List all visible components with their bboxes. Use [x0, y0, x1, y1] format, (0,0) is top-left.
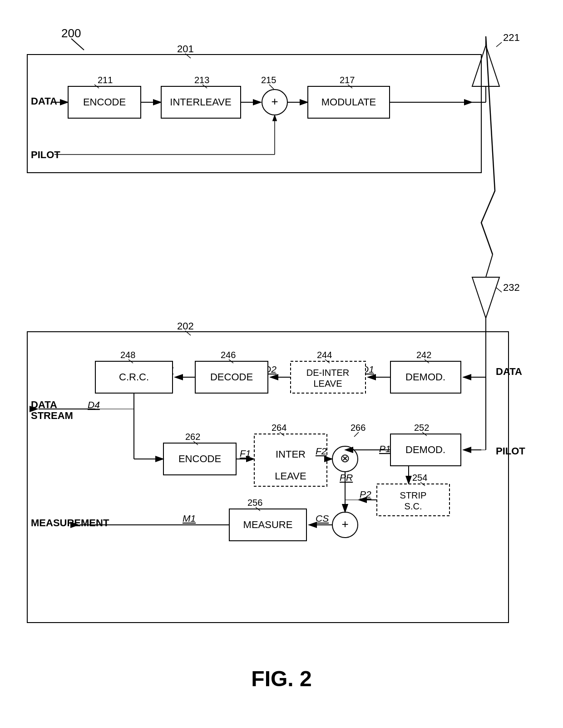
svg-text:DATA: DATA: [31, 95, 57, 107]
svg-text:S.C.: S.C.: [405, 501, 422, 511]
svg-text:217: 217: [340, 75, 355, 85]
svg-text:MODULATE: MODULATE: [321, 96, 376, 108]
svg-text:PILOT: PILOT: [496, 445, 525, 457]
svg-text:254: 254: [412, 473, 427, 483]
svg-text:248: 248: [120, 350, 135, 360]
svg-text:211: 211: [98, 75, 113, 85]
svg-text:ENCODE: ENCODE: [83, 96, 126, 108]
svg-text:MEASUREMENT: MEASUREMENT: [31, 517, 109, 529]
svg-text:LEAVE: LEAVE: [275, 470, 306, 482]
svg-text:+: +: [271, 95, 278, 108]
svg-text:DATA: DATA: [31, 399, 57, 410]
svg-text:P2: P2: [360, 489, 371, 499]
svg-text:STREAM: STREAM: [31, 410, 73, 421]
svg-text:201: 201: [177, 43, 194, 55]
svg-text:252: 252: [414, 423, 429, 433]
svg-text:LEAVE: LEAVE: [314, 379, 342, 389]
svg-text:M1: M1: [183, 513, 196, 524]
svg-text:DEMOD.: DEMOD.: [405, 444, 445, 455]
svg-text:202: 202: [177, 320, 194, 332]
svg-text:246: 246: [221, 350, 236, 360]
svg-text:215: 215: [261, 75, 276, 85]
svg-text:CS: CS: [316, 513, 329, 524]
svg-text:INTERLEAVE: INTERLEAVE: [170, 96, 231, 108]
svg-text:DEMOD.: DEMOD.: [405, 371, 445, 383]
svg-text:+: +: [341, 517, 348, 531]
svg-text:232: 232: [503, 282, 520, 293]
svg-text:DECODE: DECODE: [210, 371, 253, 383]
svg-text:213: 213: [194, 75, 209, 85]
svg-text:F1: F1: [240, 448, 251, 459]
svg-text:STRIP: STRIP: [400, 490, 427, 500]
svg-text:244: 244: [317, 350, 332, 360]
svg-text:C.R.C.: C.R.C.: [119, 371, 149, 383]
svg-text:D4: D4: [88, 399, 100, 410]
svg-text:⊗: ⊗: [340, 451, 350, 465]
svg-text:DATA: DATA: [496, 366, 522, 377]
svg-text:F2: F2: [316, 446, 327, 456]
svg-text:INTER: INTER: [276, 449, 306, 460]
svg-text:264: 264: [272, 423, 286, 433]
svg-text:P1: P1: [379, 444, 391, 454]
svg-text:221: 221: [503, 32, 520, 43]
diagram-container: 200 201 DATA PILOT ENCODE 211 INTERLEAVE…: [0, 0, 563, 728]
fig-number: 200: [61, 26, 81, 40]
svg-text:242: 242: [416, 350, 431, 360]
svg-text:266: 266: [351, 423, 365, 433]
svg-text:ENCODE: ENCODE: [178, 453, 221, 464]
svg-text:262: 262: [185, 432, 200, 442]
svg-text:MEASURE: MEASURE: [243, 519, 293, 530]
svg-text:PR: PR: [340, 472, 353, 483]
figure-label: FIG. 2: [251, 667, 311, 691]
svg-text:256: 256: [247, 498, 262, 508]
svg-text:DE-INTER: DE-INTER: [306, 368, 349, 378]
